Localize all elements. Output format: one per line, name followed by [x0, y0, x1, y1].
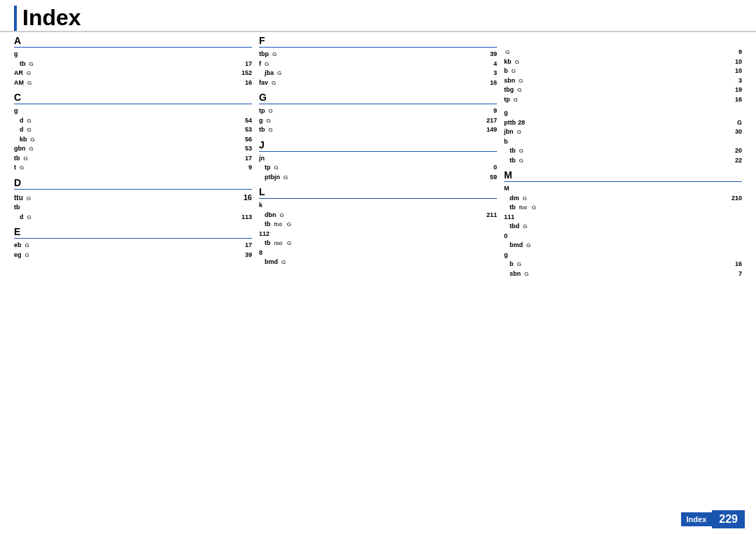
entry-gbn: gbn G 53 — [14, 144, 252, 154]
entry-kb-56: kb G 56 — [14, 135, 252, 145]
entry-ttu-16: ttu G 16 — [14, 192, 252, 204]
entry-jbn-30: jbn G 30 — [504, 127, 742, 137]
entry-pttb-28: pttb 28 G — [504, 118, 742, 128]
entry-112: 112 — [259, 230, 497, 239]
entry-d-54: d G 54 — [14, 116, 252, 126]
column-1: A g tb G 17 AR G 152 AM — [14, 35, 252, 283]
entry-bmd-m: bmd G — [504, 241, 742, 251]
section-header-L: L — [259, 186, 497, 199]
section-header-C: C — [14, 92, 252, 104]
entry-jba-3: jba G 3 — [259, 69, 497, 78]
entry-b-sub: b — [504, 137, 742, 147]
section-header-M: M — [504, 169, 742, 182]
entry-tb-17: tb G 17 — [14, 59, 252, 69]
entry-ptbjn-59: ptbjn G 59 — [259, 173, 497, 183]
page-header: Index — [0, 0, 756, 32]
section-G: G tp G 9 g G 217 tb G 149 — [259, 92, 497, 135]
entry-g: g — [14, 50, 252, 59]
entry-tp-16: tp G 16 — [504, 95, 742, 105]
entry-d-53: d G 53 — [14, 125, 252, 135]
entry-tbg-19: tbg G 19 — [504, 85, 742, 95]
footer-page-number: 229 — [712, 510, 745, 528]
entry-tbd: tbd G — [504, 222, 742, 232]
entry-dm-210: dm G 210 — [504, 194, 742, 204]
section-top-right: G 9 kb G 10 b G 10 sbn — [504, 35, 742, 104]
section-header-D: D — [14, 177, 252, 190]
entry-M: M — [504, 184, 742, 194]
section-M: M M dm G 210 tb fbd G 111 — [504, 169, 742, 279]
entry-tb-fbd: tb fbd G — [259, 220, 497, 230]
footer-index-label: Index — [681, 512, 713, 526]
entry-g-c: g — [14, 106, 252, 116]
entry-tbp-39: tbp G 39 — [259, 50, 497, 59]
column-2: F tbp G 39 f G 4 jba G 3 — [259, 35, 497, 283]
entry-AR: AR G 152 — [14, 69, 252, 78]
entry-tb-22: tb G 22 — [504, 156, 742, 166]
entry-AM: AM G 16 — [14, 78, 252, 88]
entry-111: 111 — [504, 213, 742, 223]
entry-tb-fbd-m: tb fbd G — [504, 203, 742, 213]
entry-g-sub: g — [504, 108, 742, 118]
entry-0: 0 — [504, 232, 742, 241]
title-bar — [14, 6, 17, 31]
section-D: D ttu G 16 tb d G 113 — [14, 177, 252, 223]
section-E: E eb G 17 eg G 39 — [14, 226, 252, 260]
entry-kb-10: kb G 10 — [504, 57, 742, 67]
section-header-G: G — [259, 92, 497, 104]
entry-eg-39: eg G 39 — [14, 251, 252, 260]
title-text: Index — [22, 6, 81, 30]
entry-eb-17: eb G 17 — [14, 241, 252, 251]
section-L: L k dbn G 211 tb fbd G 112 — [259, 186, 497, 267]
entry-top-9: G 9 — [504, 48, 742, 57]
entry-sbn-7: sbn G 7 — [504, 269, 742, 279]
entry-sbn-3: sbn G 3 — [504, 76, 742, 86]
page-title: Index — [14, 6, 742, 31]
section-header-A: A — [14, 35, 252, 48]
section-header-F: F — [259, 35, 497, 48]
footer: Index 229 — [681, 510, 745, 528]
entry-tb-149: tb G 149 — [259, 125, 497, 135]
entry-tb-17-c: tb G 17 — [14, 154, 252, 164]
entry-b-16: b G 16 — [504, 260, 742, 269]
entry-t-9: t G 9 — [14, 163, 252, 173]
entry-tp-0: tp G 0 — [259, 163, 497, 173]
entry-g-217: g G 217 — [259, 116, 497, 126]
entry-tb-rbd: tb rbd G — [259, 239, 497, 248]
entry-d-113: d G 113 — [14, 213, 252, 223]
entry-tb-20: tb G 20 — [504, 146, 742, 156]
entry-bmd: bmd G — [259, 258, 497, 267]
entry-k: k — [259, 201, 497, 211]
column-3: G 9 kb G 10 b G 10 sbn — [504, 35, 742, 283]
section-header-J: J — [259, 139, 497, 152]
entry-g-num: g — [504, 251, 742, 260]
entry-f-4: f G 4 — [259, 59, 497, 69]
entry-b-10: b G 10 — [504, 66, 742, 76]
entry-8: 8 — [259, 248, 497, 258]
section-F: F tbp G 39 f G 4 jba G 3 — [259, 35, 497, 87]
entry-dbn-211: dbn G 211 — [259, 211, 497, 220]
index-content: A g tb G 17 AR G 152 AM — [0, 35, 756, 283]
entry-tp-9: tp G 9 — [259, 106, 497, 116]
section-header-E: E — [14, 226, 252, 239]
section-A: A g tb G 17 AR G 152 AM — [14, 35, 252, 87]
entry-jn: jn — [259, 154, 497, 164]
entry-fav-16: fav G 16 — [259, 78, 497, 88]
section-C: C g d G 54 d G 53 kb G — [14, 92, 252, 173]
section-g-sub: g pttb 28 G jbn G 30 b tb — [504, 108, 742, 165]
entry-tb-d: tb — [14, 203, 252, 213]
section-J: J jn tp G 0 ptbjn G 59 — [259, 139, 497, 183]
